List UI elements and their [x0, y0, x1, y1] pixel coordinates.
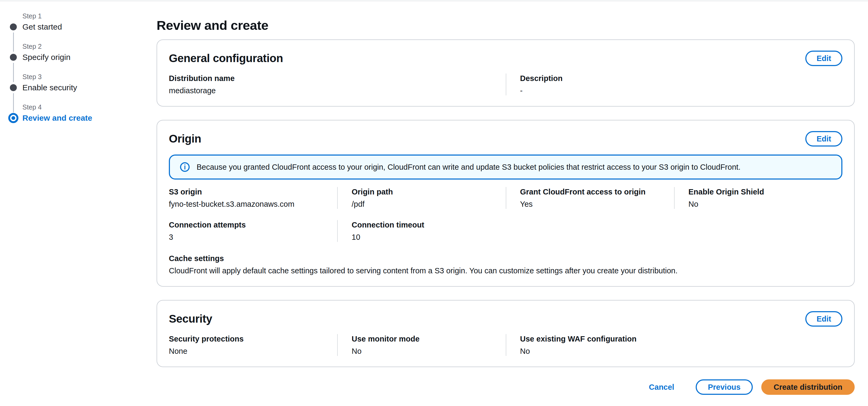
step-dot-icon	[10, 54, 17, 61]
field-description: Description -	[506, 73, 843, 95]
wizard-steps-nav: Step 1 Get started Step 2 Specify origin…	[7, 12, 146, 133]
create-distribution-button[interactable]: Create distribution	[761, 379, 855, 395]
field-origin-path: Origin path /pdf	[337, 187, 505, 209]
field-s3-origin: S3 origin fyno-test-bucket.s3.amazonaws.…	[169, 187, 337, 209]
step-link-get-started[interactable]: Get started	[22, 22, 146, 32]
field-cache-settings: Cache settings CloudFront will apply def…	[169, 253, 842, 275]
field-label: Cache settings	[169, 253, 842, 263]
previous-button[interactable]: Previous	[696, 379, 753, 395]
step-number: Step 2	[22, 42, 146, 50]
main-content: Review and create General configuration …	[157, 12, 855, 395]
edit-security-button[interactable]: Edit	[805, 311, 842, 327]
field-label: Description	[520, 73, 832, 83]
field-label: Origin path	[351, 187, 495, 197]
origin-info-alert: i Because you granted CloudFront access …	[169, 155, 842, 179]
field-value: CloudFront will apply default cache sett…	[169, 266, 842, 275]
page-title: Review and create	[157, 12, 855, 34]
field-value: No	[351, 346, 495, 356]
field-label: Enable Origin Shield	[688, 187, 832, 197]
edit-general-configuration-button[interactable]: Edit	[805, 50, 842, 66]
step-number: Step 3	[22, 72, 146, 81]
field-label: Use existing WAF configuration	[520, 334, 832, 344]
field-value: 10	[351, 232, 495, 242]
general-configuration-card: General configuration Edit Distribution …	[157, 39, 855, 107]
field-label: Connection timeout	[351, 220, 495, 230]
step-item-review-and-create: Step 4 Review and create	[7, 103, 146, 133]
step-item-get-started: Step 1 Get started	[7, 12, 146, 42]
wizard-footer-actions: Cancel Previous Create distribution	[157, 379, 855, 395]
field-use-existing-waf-configuration: Use existing WAF configuration No	[506, 334, 843, 356]
field-connection-attempts: Connection attempts 3	[169, 220, 337, 242]
field-value: /pdf	[351, 199, 495, 209]
field-value: No	[520, 346, 832, 356]
field-security-protections: Security protections None	[169, 334, 337, 356]
field-value: mediastorage	[169, 86, 495, 95]
security-title: Security	[169, 312, 212, 326]
field-value: None	[169, 346, 327, 356]
security-card: Security Edit Security protections None …	[157, 300, 855, 367]
step-link-review-and-create[interactable]: Review and create	[22, 113, 146, 123]
step-link-enable-security[interactable]: Enable security	[22, 82, 146, 93]
step-number: Step 1	[22, 12, 146, 20]
page-top-divider	[0, 0, 868, 2]
field-enable-origin-shield: Enable Origin Shield No	[674, 187, 842, 209]
field-value: -	[520, 86, 832, 95]
origin-title: Origin	[169, 132, 201, 146]
field-value: 3	[169, 232, 327, 242]
field-label: Connection attempts	[169, 220, 327, 230]
info-icon: i	[180, 162, 190, 172]
origin-info-alert-text: Because you granted CloudFront access to…	[196, 162, 741, 172]
field-value: Yes	[520, 199, 663, 209]
general-configuration-title: General configuration	[169, 52, 283, 65]
field-distribution-name: Distribution name mediastorage	[169, 73, 506, 95]
field-grant-cloudfront-access: Grant CloudFront access to origin Yes	[506, 187, 674, 209]
field-label: Use monitor mode	[351, 334, 495, 344]
step-item-specify-origin: Step 2 Specify origin	[7, 42, 146, 72]
step-dot-icon	[10, 84, 17, 91]
field-label: Grant CloudFront access to origin	[520, 187, 663, 197]
step-dot-icon	[10, 24, 17, 30]
field-label: Distribution name	[169, 73, 495, 83]
field-label: S3 origin	[169, 187, 327, 197]
field-value: No	[688, 199, 832, 209]
cancel-button[interactable]: Cancel	[649, 383, 674, 392]
step-link-specify-origin[interactable]: Specify origin	[22, 52, 146, 62]
step-active-dot-icon	[8, 113, 19, 123]
step-item-enable-security: Step 3 Enable security	[7, 72, 146, 103]
origin-card: Origin Edit i Because you granted CloudF…	[157, 120, 855, 286]
field-label: Security protections	[169, 334, 327, 344]
field-connection-timeout: Connection timeout 10	[337, 220, 505, 242]
edit-origin-button[interactable]: Edit	[805, 131, 842, 146]
field-value: fyno-test-bucket.s3.amazonaws.com	[169, 199, 327, 209]
field-use-monitor-mode: Use monitor mode No	[337, 334, 505, 356]
step-number: Step 4	[22, 103, 146, 111]
